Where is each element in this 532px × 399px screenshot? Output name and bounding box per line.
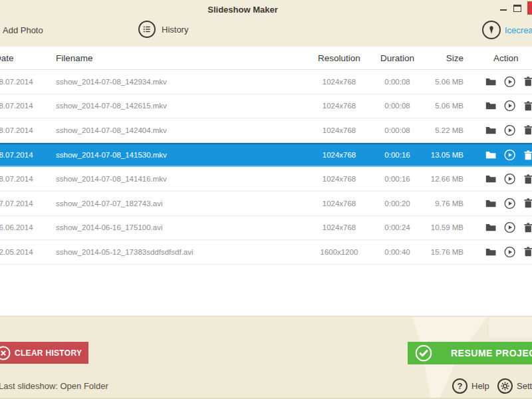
close-icon[interactable] bbox=[527, 1, 532, 15]
cell-size: 5.06 MB bbox=[416, 102, 469, 110]
play-icon[interactable] bbox=[504, 124, 515, 136]
brand-watermark-corner bbox=[489, 317, 532, 338]
play-icon[interactable] bbox=[504, 246, 515, 258]
table-row[interactable]: 08.07.2014 sshow_2014-07-08_142615.mkv 1… bbox=[0, 94, 532, 119]
question-icon: ? bbox=[452, 378, 467, 394]
add-photo-button[interactable]: Add Photo bbox=[3, 25, 43, 35]
table-row[interactable]: 08.07.2014 sshow_2014-07-08_142404.mkv 1… bbox=[0, 118, 532, 143]
table-row[interactable]: 07.07.2014 sshow_2014-07-07_182743.avi 1… bbox=[0, 192, 532, 216]
trash-icon[interactable] bbox=[524, 247, 532, 257]
column-header-date: Date bbox=[0, 53, 55, 63]
cell-resolution: 1600x1200 bbox=[299, 248, 379, 256]
open-folder-icon[interactable] bbox=[485, 247, 496, 257]
cell-action bbox=[469, 246, 532, 258]
resume-project-button[interactable]: RESUME PROJECT bbox=[408, 342, 532, 364]
cell-date: 08.07.2014 bbox=[0, 78, 55, 86]
cell-duration: 0:00:08 bbox=[379, 126, 416, 134]
cell-filename: sshow_2014-07-08_142934.mkv bbox=[55, 78, 299, 86]
column-header-size: Size bbox=[416, 53, 469, 63]
maximize-icon[interactable] bbox=[513, 5, 521, 12]
help-button[interactable]: ? Help bbox=[452, 378, 489, 394]
cell-filename: sshow_2014-07-08_141530.mkv bbox=[55, 151, 299, 159]
clear-history-label: CLEAR HISTORY bbox=[15, 348, 82, 358]
settings-label: Settings bbox=[517, 381, 532, 391]
minimize-icon[interactable] bbox=[500, 9, 507, 11]
cell-filename: sshow_2014-07-08_142404.mkv bbox=[55, 126, 299, 134]
add-photo-label: Add Photo bbox=[3, 25, 43, 35]
trash-icon[interactable] bbox=[524, 76, 532, 86]
cell-duration: 0:00:16 bbox=[379, 151, 416, 159]
help-label: Help bbox=[471, 381, 489, 391]
cell-duration: 0:00:16 bbox=[379, 175, 416, 183]
cell-size: 5.22 MB bbox=[416, 126, 469, 134]
play-icon[interactable] bbox=[504, 198, 515, 209]
open-folder-icon[interactable] bbox=[485, 101, 496, 110]
cell-date: 07.07.2014 bbox=[0, 200, 55, 207]
trash-icon[interactable] bbox=[524, 150, 532, 160]
open-folder-icon[interactable] bbox=[485, 174, 496, 184]
last-slideshow-label: Last slideshow: bbox=[0, 381, 61, 391]
table-row[interactable]: 08.07.2014 sshow_2014-07-08_142934.mkv 1… bbox=[0, 70, 532, 94]
play-icon[interactable] bbox=[504, 221, 515, 233]
slideshow-maker-window: Slideshow Maker Add Photo History bbox=[0, 0, 532, 399]
cell-duration: 0:00:24 bbox=[379, 223, 416, 231]
window-title: Slideshow Maker bbox=[207, 5, 277, 15]
cell-action bbox=[469, 221, 532, 233]
cell-date: 16.06.2014 bbox=[0, 223, 55, 231]
cell-resolution: 1024x768 bbox=[299, 78, 379, 86]
cell-filename: sshow_2014-07-08_142615.mkv bbox=[55, 102, 299, 110]
history-table: Date Filename Resolution Duration Size A… bbox=[0, 47, 532, 316]
cell-size: 15.76 MB bbox=[416, 248, 469, 256]
clear-history-button[interactable]: CLEAR HISTORY bbox=[0, 342, 88, 364]
trash-icon[interactable] bbox=[524, 101, 532, 111]
cell-resolution: 1024x768 bbox=[299, 200, 379, 207]
settings-button[interactable]: Settings bbox=[497, 378, 532, 394]
history-label: History bbox=[162, 25, 188, 35]
play-icon[interactable] bbox=[504, 100, 515, 112]
column-header-resolution: Resolution bbox=[299, 53, 379, 63]
cell-duration: 0:00:08 bbox=[379, 78, 416, 86]
open-folder-icon[interactable] bbox=[485, 199, 496, 208]
history-button[interactable]: History bbox=[138, 21, 188, 38]
cell-action bbox=[469, 173, 532, 185]
play-icon[interactable] bbox=[504, 173, 515, 185]
column-header-duration: Duration bbox=[379, 53, 416, 63]
play-icon[interactable] bbox=[504, 149, 515, 161]
trash-icon[interactable] bbox=[524, 198, 532, 208]
table-header-row: Date Filename Resolution Duration Size A… bbox=[0, 47, 532, 70]
table-row[interactable]: 16.06.2014 sshow_2014-06-16_175100.avi 1… bbox=[0, 216, 532, 241]
cell-date: 08.07.2014 bbox=[0, 102, 55, 110]
x-circle-icon bbox=[0, 346, 11, 360]
trash-icon[interactable] bbox=[524, 125, 532, 135]
history-icon bbox=[138, 21, 156, 38]
table-row[interactable]: 08.07.2014 sshow_2014-07-08_141416.mkv 1… bbox=[0, 167, 532, 192]
status-line: Last slideshow: Open Folder bbox=[0, 381, 108, 391]
cell-size: 13.05 MB bbox=[416, 151, 469, 159]
resume-project-label: RESUME PROJECT bbox=[451, 348, 532, 358]
cell-resolution: 1024x768 bbox=[299, 223, 379, 231]
open-folder-icon[interactable] bbox=[485, 223, 496, 232]
brand-logo[interactable]: Icecream bbox=[482, 21, 532, 39]
cell-filename: sshow_2014-07-07_182743.avi bbox=[55, 200, 299, 207]
trash-icon[interactable] bbox=[524, 223, 532, 233]
table-row[interactable]: 12.05.2014 sshow_2014-05-12_17383sddfsdf… bbox=[0, 240, 532, 265]
open-folder-icon[interactable] bbox=[485, 77, 496, 86]
cell-duration: 0:00:20 bbox=[379, 200, 416, 207]
open-folder-link[interactable]: Open Folder bbox=[61, 381, 108, 391]
table-row[interactable]: 08.07.2014 sshow_2014-07-08_141530.mkv 1… bbox=[0, 143, 532, 168]
cell-size: 10.59 MB bbox=[416, 223, 469, 231]
cell-duration: 0:00:08 bbox=[379, 102, 416, 110]
cell-filename: sshow_2014-06-16_175100.avi bbox=[55, 223, 299, 231]
cell-filename: sshow_2014-05-12_17383sddfsdfsdf.avi bbox=[55, 248, 299, 256]
cell-resolution: 1024x768 bbox=[299, 102, 379, 110]
open-folder-icon[interactable] bbox=[485, 150, 496, 160]
cell-date: 08.07.2014 bbox=[0, 151, 55, 159]
header-bar: Slideshow Maker Add Photo History bbox=[0, 0, 532, 47]
column-header-filename: Filename bbox=[55, 53, 299, 63]
cell-resolution: 1024x768 bbox=[299, 151, 379, 159]
cell-action bbox=[469, 149, 532, 161]
play-icon[interactable] bbox=[504, 76, 515, 88]
open-folder-icon[interactable] bbox=[485, 126, 496, 135]
check-circle-icon bbox=[415, 344, 432, 362]
trash-icon[interactable] bbox=[524, 174, 532, 184]
